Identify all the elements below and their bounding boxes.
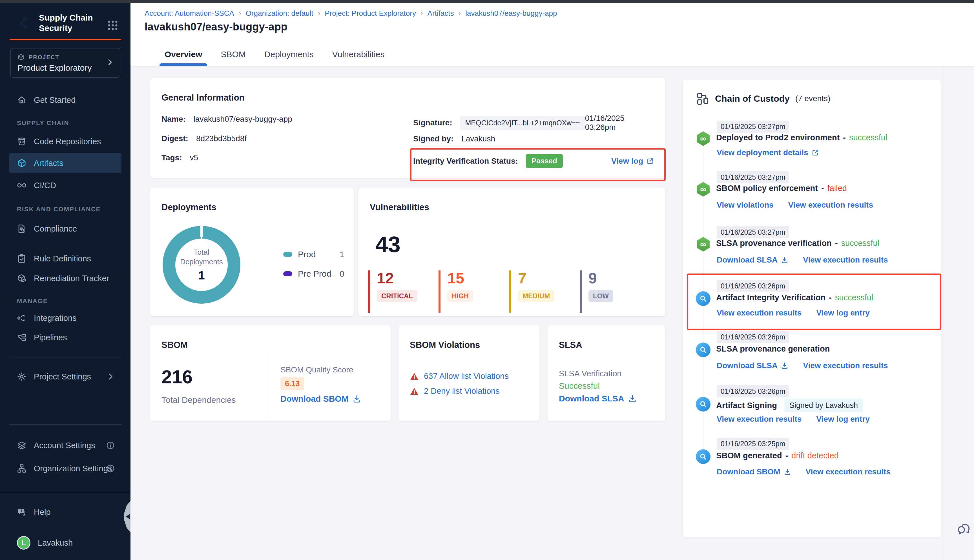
shield-network-logo-icon	[16, 13, 33, 32]
sidebar-item-compliance[interactable]: Compliance	[9, 218, 122, 239]
user-menu[interactable]: L Lavakush	[9, 533, 122, 553]
event-title-row: SLSA provenance verification - successfu…	[716, 238, 879, 248]
download-sbom-link[interactable]: Download SBOM	[280, 394, 361, 404]
sidebar-item-artifacts[interactable]: Artifacts	[9, 153, 122, 173]
sidebar-item-organization-settings[interactable]: Organization Settings	[9, 458, 122, 478]
card-title: SBOM Violations	[410, 340, 480, 350]
sidebar-item-integrations[interactable]: Integrations	[9, 308, 122, 328]
breadcrumb-separator: ›	[318, 9, 320, 18]
breadcrumb-separator: ›	[420, 9, 423, 18]
view-log-link[interactable]: View log	[611, 157, 654, 166]
breadcrumb-current-artifact[interactable]: lavakush07/easy-buggy-app	[465, 9, 557, 18]
sidebar-item-get-started[interactable]: Get Started	[9, 90, 122, 110]
card-title: SBOM	[162, 340, 188, 350]
sidebar-item-pipelines[interactable]: Pipelines	[9, 327, 122, 348]
artifact-digest-row: Digest: 8d23bd3b5d8f	[162, 134, 247, 143]
sidebar-item-label: Help	[34, 508, 51, 517]
external-link-icon	[647, 157, 654, 165]
prod-count: 1	[340, 250, 344, 259]
prod-swatch	[283, 252, 292, 257]
sidebar-item-cicd[interactable]: CI/CD	[9, 175, 122, 195]
integrity-status-label: Integrity Verification Status:	[413, 157, 518, 166]
download-sbom-link[interactable]: Download SBOM	[717, 467, 791, 476]
signature-value[interactable]: MEQCICde2VjIT...bL+2+mqnOXw==	[460, 116, 585, 130]
right-rail-divider	[943, 67, 943, 560]
view-execution-results-link[interactable]: View execution results	[717, 415, 802, 424]
download-slsa-link[interactable]: Download SLSA	[717, 255, 788, 265]
tab-overview[interactable]: Overview	[163, 50, 203, 66]
event-title: SBOM generated	[716, 451, 782, 460]
event-title-row: SBOM policy enforcement - failed	[716, 184, 847, 193]
event-title: SBOM policy enforcement	[716, 184, 818, 193]
sidebar-item-project-settings[interactable]: Project Settings	[9, 367, 122, 387]
artifact-tags-row: Tags: v5	[162, 153, 198, 162]
breadcrumb-organization[interactable]: Organization: default	[246, 9, 314, 18]
view-execution-results-link[interactable]: View execution results	[806, 467, 891, 476]
project-selector[interactable]: PROJECT Product Exploratory	[10, 48, 120, 78]
total-dependencies-count: 216	[162, 368, 192, 386]
feedback-chat-icon[interactable]	[957, 521, 971, 536]
tab-vulnerabilities[interactable]: Vulnerabilities	[331, 50, 386, 66]
sidebar-item-label: Project Settings	[34, 372, 91, 382]
sidebar-item-rule-definitions[interactable]: Rule Definitions	[9, 248, 122, 269]
sidebar-item-help[interactable]: Help	[9, 502, 122, 522]
signature-date: 01/16/2025 03:26pm	[585, 114, 654, 132]
clipboard-check-icon	[17, 254, 27, 263]
sbom-quality-score-label: SBOM Quality Score	[280, 365, 353, 374]
event-title-row: SLSA provenance generation	[716, 344, 830, 353]
signed-by-row: Signed by: Lavakush	[413, 134, 495, 143]
event-timestamp: 01/16/2025 03:25pm	[717, 438, 789, 450]
event-title: SLSA provenance generation	[716, 344, 830, 353]
slsa-verification-label: SLSA Verification	[559, 369, 621, 378]
deny-list-violations-link[interactable]: 2 Deny list Violations	[424, 387, 500, 396]
tab-deployments[interactable]: Deployments	[263, 50, 315, 66]
medium-count: 7	[518, 270, 554, 286]
tab-bar: Overview SBOM Deployments Vulnerabilitie…	[163, 50, 386, 66]
signed-by-label: Signed by:	[413, 134, 454, 143]
event-status: successful	[835, 293, 873, 302]
breadcrumb-account[interactable]: Account: Automation-SSCA	[145, 9, 234, 18]
allow-list-violations-row: 637 Allow list Violations	[410, 372, 509, 381]
column-divider	[268, 352, 268, 418]
view-deployment-details-link[interactable]: View deployment details	[717, 148, 819, 157]
high-count: 15	[447, 270, 473, 286]
view-log-entry-link[interactable]: View log entry	[816, 415, 869, 424]
view-execution-results-link[interactable]: View execution results	[803, 255, 888, 265]
event-timestamp: 01/16/2025 03:26pm	[717, 331, 789, 343]
low-badge: LOW	[589, 290, 613, 302]
breadcrumb-project[interactable]: Project: Product Exploratory	[325, 9, 416, 18]
help-chat-icon	[17, 507, 27, 517]
view-violations-link[interactable]: View violations	[717, 200, 774, 210]
legend-item-prod: Prod	[283, 250, 316, 259]
event-title-row: Artifact Signing Signed by Lavakush	[716, 398, 863, 412]
view-execution-results-link[interactable]: View execution results	[788, 200, 873, 210]
tab-sbom[interactable]: SBOM	[220, 50, 247, 66]
cube-pill-icon	[17, 273, 27, 283]
sbom-quality-score-value: 6.13	[280, 377, 304, 390]
home-icon	[17, 95, 27, 105]
event-separator: -	[843, 133, 846, 142]
name-label: Name:	[162, 115, 186, 124]
project-cube-icon	[17, 53, 25, 61]
view-execution-results-link[interactable]: View execution results	[803, 361, 888, 370]
sidebar-item-label: CI/CD	[34, 181, 56, 190]
signature-row: Signature: MEQCICde2VjIT...bL+2+mqnOXw==…	[413, 114, 654, 132]
sidebar-item-remediation-tracker[interactable]: Remediation Tracker	[9, 268, 122, 288]
breadcrumb-artifacts[interactable]: Artifacts	[427, 9, 454, 18]
view-log-entry-link[interactable]: View log entry	[816, 308, 869, 317]
app-switcher-grid-icon[interactable]	[107, 19, 119, 32]
allow-list-violations-link[interactable]: 637 Allow list Violations	[424, 372, 509, 381]
download-slsa-link[interactable]: Download SLSA	[717, 361, 788, 370]
sidebar-section-supply-chain: SUPPLY CHAIN	[17, 120, 69, 127]
download-slsa-link[interactable]: Download SLSA	[559, 394, 637, 403]
chevron-right-icon	[106, 372, 115, 381]
layers-gear-icon	[17, 440, 27, 450]
sidebar-item-code-repositories[interactable]: Code Repositories	[9, 131, 122, 152]
view-execution-results-link[interactable]: View execution results	[717, 308, 802, 317]
event-title: Deployed to Prod2 environment	[716, 133, 840, 142]
sidebar-item-account-settings[interactable]: Account Settings	[9, 435, 122, 455]
donut-center-value: 1	[198, 269, 205, 282]
window-top-strip	[0, 0, 974, 3]
event-links: Download SLSA View execution results	[717, 361, 888, 370]
download-icon	[784, 468, 791, 475]
